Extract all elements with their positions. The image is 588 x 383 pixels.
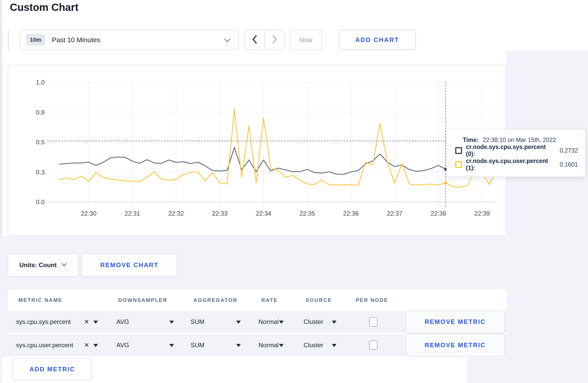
now-button[interactable]: Now <box>290 30 322 50</box>
aggregator-select[interactable]: SUM <box>191 318 204 325</box>
y-axis-tick-label: 0.3 <box>36 169 45 176</box>
metric-name-dropdown-icon[interactable] <box>93 321 98 324</box>
clear-metric-icon[interactable]: ✕ <box>84 342 89 349</box>
x-axis-tick-label: 22:35 <box>299 210 315 217</box>
sys-series-legend-icon <box>455 147 462 154</box>
metric-row: sys.cpu.sys.percent✕AVGSUMNormalClusterR… <box>8 311 506 333</box>
page-left-edge-strip <box>0 0 2 236</box>
source-dropdown-icon[interactable] <box>332 344 337 347</box>
rate-dropdown-icon[interactable] <box>279 321 284 324</box>
clear-metric-icon[interactable]: ✕ <box>84 318 89 325</box>
x-axis-tick-label: 22:31 <box>125 210 140 217</box>
tooltip-series-value: 0.2732 <box>560 147 578 154</box>
x-axis-tick-label: 22:37 <box>387 210 402 217</box>
remove-chart-button[interactable]: REMOVE CHART <box>81 253 177 277</box>
source-select[interactable]: Cluster <box>304 318 323 325</box>
x-axis-tick-label: 22:32 <box>168 210 184 217</box>
tooltip-series-value: 0.1601 <box>560 161 578 168</box>
aggregator-dropdown-icon[interactable] <box>236 344 241 347</box>
chevron-left-icon <box>252 35 257 45</box>
toolbar-divider <box>8 30 9 50</box>
metrics-table: METRIC NAMEDOWNSAMPLERAGGREGATORRATESOUR… <box>8 289 506 357</box>
column-header-downsampler: DOWNSAMPLER <box>118 289 167 311</box>
x-axis-tick-label: 22:38 <box>431 210 446 217</box>
metric-name-value[interactable]: sys.cpu.sys.percent <box>16 318 71 325</box>
time-window-label: Past 10 Minutes <box>52 36 100 44</box>
metric-name-value[interactable]: sys.cpu.user.percent <box>16 342 73 349</box>
downsampler-select[interactable]: AVG <box>116 318 129 325</box>
tooltip-time-row: Time: 22:38:10 on Mar 15th, 2022 <box>463 137 578 144</box>
user-series-legend-icon <box>455 161 462 168</box>
add-chart-button[interactable]: ADD CHART <box>339 30 416 50</box>
y-axis-tick-label: 0.0 <box>36 198 45 205</box>
per-node-checkbox[interactable] <box>369 341 377 350</box>
y-axis-tick-label: 0.8 <box>36 109 45 116</box>
y-axis-tick-label: 0.5 <box>36 139 45 146</box>
x-axis-tick-label: 22:33 <box>212 210 228 217</box>
aggregator-dropdown-icon[interactable] <box>236 321 241 324</box>
time-window-select[interactable]: 10m Past 10 Minutes <box>20 30 239 50</box>
time-window-badge: 10m <box>26 34 45 46</box>
tooltip-time-value: 22:38:10 on Mar 15th, 2022 <box>483 137 556 144</box>
units-select-label: Units: Count <box>19 261 57 269</box>
series-line <box>60 109 497 187</box>
remove-metric-button[interactable]: REMOVE METRIC <box>405 310 505 333</box>
rate-dropdown-icon[interactable] <box>279 344 284 347</box>
tooltip-series-row: cr.node.sys.cpu.sys.percent (0): 0.2732 <box>455 144 578 158</box>
column-header-aggregator: AGGREGATOR <box>193 289 237 311</box>
units-select[interactable]: Units: Count <box>8 253 79 277</box>
source-dropdown-icon[interactable] <box>332 321 337 324</box>
tooltip-series-label: cr.node.sys.cpu.sys.percent (0): <box>466 144 556 158</box>
column-header-source: SOURCE <box>306 289 332 311</box>
time-pager <box>244 30 285 50</box>
column-header-rate: RATE <box>261 289 278 311</box>
cpu-percent-line-chart[interactable]: 0.00.30.50.81.022:3022:3122:3222:3322:34… <box>8 65 506 235</box>
downsampler-select[interactable]: AVG <box>116 342 129 349</box>
downsampler-dropdown-icon[interactable] <box>169 344 174 347</box>
metric-row: sys.cpu.user.percent✕AVGSUMNormalCluster… <box>8 334 506 356</box>
x-axis-tick-label: 22:39 <box>474 210 490 217</box>
chevron-down-icon <box>61 263 67 268</box>
next-time-button[interactable] <box>265 30 284 49</box>
x-axis-tick-label: 22:30 <box>81 210 96 217</box>
source-select[interactable]: Cluster <box>304 342 323 349</box>
x-axis-tick-label: 22:34 <box>256 210 271 217</box>
chevron-down-icon <box>224 38 231 44</box>
per-node-checkbox[interactable] <box>369 317 377 327</box>
chart-hover-tooltip: Time: 22:38:10 on Mar 15th, 2022 cr.node… <box>446 130 585 177</box>
rate-select[interactable]: Normal <box>258 342 278 349</box>
tooltip-time-label: Time: <box>463 137 479 144</box>
previous-time-button[interactable] <box>245 30 265 49</box>
chevron-right-icon <box>272 35 277 45</box>
column-header-metric-name: METRIC NAME <box>18 289 62 311</box>
add-metric-button[interactable]: ADD METRIC <box>12 358 92 380</box>
custom-chart-card: 0.00.30.50.81.022:3022:3122:3222:3322:34… <box>8 65 506 236</box>
tooltip-series-row: cr.node.sys.cpu.user.percent (1): 0.1601 <box>455 158 578 172</box>
tooltip-series-label: cr.node.sys.cpu.user.percent (1): <box>466 158 556 172</box>
rate-select[interactable]: Normal <box>258 318 278 325</box>
column-header-per-node: PER NODE <box>356 289 388 311</box>
x-axis-tick-label: 22:36 <box>343 210 359 217</box>
y-axis-tick-label: 1.0 <box>36 79 45 86</box>
downsampler-dropdown-icon[interactable] <box>169 321 174 324</box>
metric-name-dropdown-icon[interactable] <box>93 344 98 347</box>
aggregator-select[interactable]: SUM <box>191 342 204 349</box>
page-title: Custom Chart <box>10 2 78 13</box>
remove-metric-button[interactable]: REMOVE METRIC <box>405 334 505 357</box>
hover-point-dot <box>444 181 447 184</box>
